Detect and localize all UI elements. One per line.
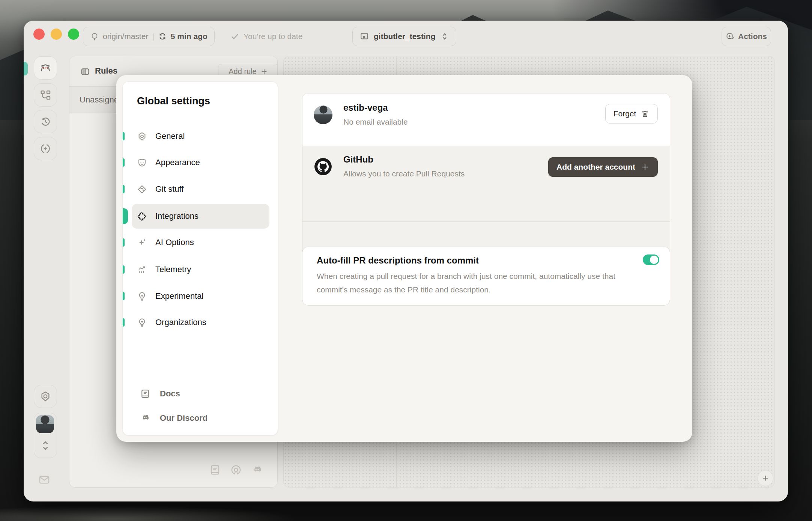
- nav-tick: [123, 158, 125, 167]
- mail-icon: [38, 473, 51, 486]
- nav-item-appearance[interactable]: Appearance: [132, 150, 269, 175]
- account-row: estib-vega No email available Forget: [302, 93, 670, 146]
- puzzle-icon: [137, 211, 147, 221]
- actions-sparkle-icon: [726, 31, 735, 42]
- project-name: gitbutler_testing: [374, 32, 436, 41]
- modal-title: Global settings: [137, 95, 210, 107]
- minimize-window-button[interactable]: [51, 29, 62, 40]
- ai-view-button[interactable]: [34, 137, 57, 160]
- section-divider: [302, 221, 670, 222]
- git-diamond-icon: [137, 184, 147, 194]
- discord-icon[interactable]: [251, 464, 263, 476]
- book-icon: [140, 388, 150, 399]
- branches-view-button[interactable]: [34, 83, 57, 107]
- rules-columns-icon: [80, 66, 90, 77]
- sync-status: You're up to date: [230, 27, 302, 46]
- nut-icon: [137, 131, 147, 142]
- nav-tick: [123, 318, 125, 327]
- nav-tick: [123, 265, 125, 274]
- user-avatar: [36, 415, 54, 433]
- nav-item-ai-options[interactable]: AI Options: [132, 230, 269, 255]
- chevron-updown-icon: [34, 438, 57, 453]
- autofill-description: When creating a pull request for a branc…: [317, 270, 617, 297]
- nav-label: AI Options: [155, 238, 194, 247]
- remote-branch-icon: [90, 32, 99, 41]
- nav-label: General: [155, 131, 185, 141]
- trash-icon: [641, 109, 650, 118]
- forget-account-button[interactable]: Forget: [605, 104, 658, 123]
- account-avatar: [314, 105, 332, 124]
- sync-status-text: You're up to date: [244, 32, 302, 41]
- discord-label: Our Discord: [160, 413, 208, 423]
- autofill-title: Auto-fill PR descriptions from commit: [317, 255, 479, 266]
- nav-tick: [123, 132, 125, 140]
- account-email-status: No email available: [343, 117, 408, 126]
- toggle-knob: [650, 256, 658, 264]
- docs-icon[interactable]: [209, 464, 221, 476]
- nav-item-general[interactable]: General: [132, 124, 269, 149]
- branch-name: origin/master: [103, 32, 148, 41]
- nav-item-integrations[interactable]: Integrations: [132, 204, 269, 229]
- forget-label: Forget: [614, 109, 636, 118]
- chevron-updown-icon: [440, 32, 449, 41]
- workbench-icon: [39, 62, 52, 74]
- actions-button[interactable]: Actions: [722, 27, 771, 46]
- bulb-icon: [137, 318, 147, 328]
- active-view-indicator: [24, 62, 28, 75]
- global-settings-modal: Global settings General Appearance: [116, 75, 692, 442]
- docs-label: Docs: [160, 389, 180, 399]
- github-description: Allows you to create Pull Requests: [343, 169, 465, 178]
- nav-label: Integrations: [155, 211, 198, 221]
- feedback-mail-button[interactable]: [38, 473, 51, 486]
- add-lane-button[interactable]: [758, 470, 773, 486]
- add-another-account-button[interactable]: Add another account: [548, 157, 658, 177]
- last-sync-time: 5 min ago: [171, 32, 208, 41]
- nav-tick: [123, 292, 125, 300]
- mask-icon: [137, 158, 147, 168]
- plus-icon: [641, 163, 650, 172]
- project-switcher[interactable]: gitbutler_testing: [352, 27, 456, 46]
- chart-icon: [137, 265, 147, 275]
- nav-item-git-stuff[interactable]: Git stuff: [132, 177, 269, 202]
- refresh-icon: [158, 32, 167, 41]
- github-title: GitHub: [343, 154, 373, 165]
- branches-icon: [39, 89, 51, 101]
- user-switcher[interactable]: [34, 413, 57, 458]
- history-icon: [39, 116, 51, 128]
- add-account-label: Add another account: [556, 163, 635, 172]
- zoom-window-button[interactable]: [68, 29, 79, 40]
- github-account-card: estib-vega No email available Forget Git…: [302, 93, 670, 272]
- check-icon: [230, 32, 240, 41]
- plus-icon: [761, 474, 770, 482]
- sparkle-icon: [137, 238, 147, 248]
- nav-tick: [123, 185, 125, 193]
- discord-link[interactable]: Our Discord: [132, 408, 269, 429]
- workbench-view-button[interactable]: [34, 56, 57, 80]
- branch-sync-button[interactable]: origin/master | 5 min ago: [83, 27, 215, 46]
- discord-icon: [140, 413, 150, 423]
- nav-label: Telemetry: [155, 265, 191, 274]
- ai-sparkle-icon: [39, 143, 51, 155]
- autofill-pr-card: Auto-fill PR descriptions from commit Wh…: [302, 247, 670, 306]
- nav-tick: [123, 238, 125, 247]
- nav-item-experimental[interactable]: Experimental: [132, 284, 269, 309]
- plus-icon: [260, 68, 268, 76]
- nav-label: Experimental: [155, 291, 203, 301]
- close-window-button[interactable]: [33, 29, 45, 40]
- actions-label: Actions: [738, 32, 767, 41]
- history-view-button[interactable]: [34, 110, 57, 133]
- open-source-icon[interactable]: [230, 464, 242, 476]
- nav-item-organizations[interactable]: Organizations: [132, 310, 269, 335]
- settings-button[interactable]: [34, 385, 57, 408]
- nav-tick-selected: [123, 208, 128, 224]
- add-rule-label: Add rule: [229, 67, 257, 76]
- nav-label: Organizations: [155, 318, 206, 327]
- project-icon: [359, 32, 369, 41]
- autofill-toggle[interactable]: [643, 254, 659, 265]
- settings-nut-icon: [39, 390, 51, 402]
- nav-label: Git stuff: [155, 184, 183, 194]
- nav-item-telemetry[interactable]: Telemetry: [132, 257, 269, 282]
- github-logo-icon: [314, 157, 332, 176]
- separator: |: [152, 32, 154, 41]
- docs-link[interactable]: Docs: [132, 383, 269, 404]
